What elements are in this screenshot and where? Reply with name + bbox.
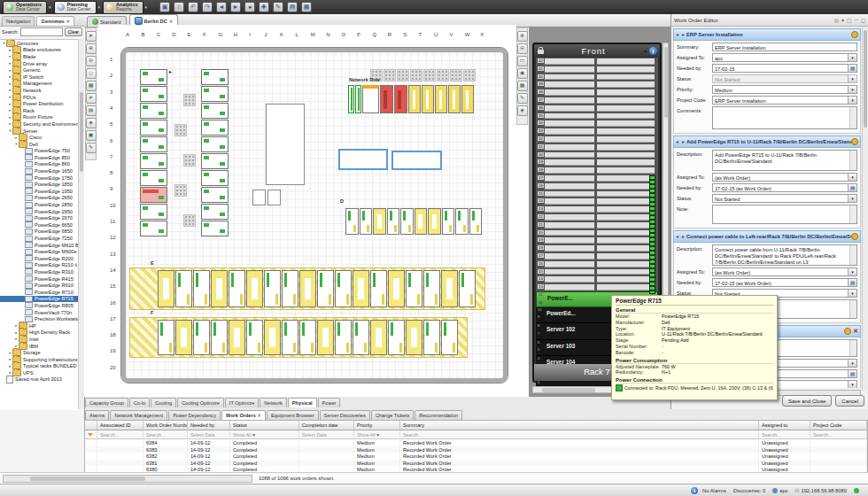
rack-empty-slot[interactable]: 29: [536, 159, 658, 167]
floor-rack[interactable]: [229, 270, 245, 307]
field-summary[interactable]: ERP Server Installation: [712, 43, 857, 51]
table-cell[interactable]: Medium: [354, 439, 400, 446]
pin-menu-icon[interactable]: ▾: [841, 17, 844, 23]
floor-rack[interactable]: [211, 320, 228, 355]
field-neededby[interactable]: 17-02-15: [712, 64, 857, 73]
tree-item[interactable]: ▸Storage: [0, 349, 78, 356]
table-cell[interactable]: [97, 446, 143, 453]
table-cell[interactable]: 6382: [143, 453, 188, 460]
perspective-dropdown-icon[interactable]: ▾: [49, 4, 51, 10]
floor-rack[interactable]: [394, 85, 407, 113]
column-header[interactable]: Assigned to: [759, 421, 810, 430]
close-tab-icon[interactable]: ✕: [256, 413, 261, 418]
tree-item[interactable]: ▸High Density Rack: [0, 329, 78, 337]
view-tab-it-optimize[interactable]: IT Optimize: [225, 398, 260, 407]
field-description[interactable]: Add PowerEdge R715 to U-11/Rack 7/B/Berl…: [712, 150, 857, 171]
field-assignedto[interactable]: (as Work Order): [712, 173, 857, 182]
table-cell[interactable]: [810, 446, 867, 453]
table-cell[interactable]: Unassigned: [759, 446, 810, 453]
rack-empty-slot[interactable]: 41: [536, 66, 658, 74]
tree-item[interactable]: PowerEdge R200: [0, 255, 78, 262]
floor-rack[interactable]: [317, 270, 334, 307]
filter-funnel-icon[interactable]: [88, 433, 93, 437]
field-projectcode[interactable]: ERP Server Installation: [712, 96, 857, 105]
search-input[interactable]: [20, 27, 63, 36]
search-icon[interactable]: ○: [174, 2, 184, 12]
view-tab-co-lo[interactable]: Co-lo: [129, 398, 150, 407]
tree-item[interactable]: PowerEdge 850: [0, 154, 78, 161]
floor-rack[interactable]: [317, 320, 334, 355]
floor-rack[interactable]: [335, 320, 352, 355]
view-tab-network[interactable]: Network: [260, 398, 287, 407]
rack-empty-slot[interactable]: 13: [536, 283, 658, 291]
rack-empty-slot[interactable]: 18: [536, 244, 658, 252]
tree-item[interactable]: ▾Dell: [0, 141, 78, 148]
discoveries-status[interactable]: Discoveries: 0: [733, 488, 765, 493]
floor-rack[interactable]: [264, 270, 281, 307]
tree-scrollbar[interactable]: [78, 39, 84, 409]
table-cell[interactable]: Unassigned: [759, 460, 810, 467]
floor-rack[interactable]: [442, 208, 455, 235]
floor-rack[interactable]: [353, 320, 369, 355]
sync-icon[interactable]: ◎: [834, 17, 839, 23]
editor-vscrollbar[interactable]: [862, 27, 868, 390]
table-cell[interactable]: Medium: [354, 446, 400, 453]
table-cell[interactable]: [97, 453, 143, 460]
table-hscrollbar[interactable]: [3, 475, 252, 483]
target-icon[interactable]: ◉: [517, 68, 528, 79]
table-cell[interactable]: Unassigned: [759, 453, 810, 460]
rack-empty-slot[interactable]: 31: [536, 143, 658, 151]
column-header[interactable]: Status: [230, 421, 299, 430]
view-tab-power[interactable]: Power: [318, 398, 341, 407]
floor-plan[interactable]: AABBCCDDEEFFGGHHIIJJKKLLMMNNOOPPQQRRSSTT…: [98, 25, 516, 391]
cancel-button[interactable]: Cancel: [835, 395, 864, 407]
add-user-icon[interactable]: ●: [244, 2, 255, 12]
work-order-section-header[interactable]: ◄►Connect power cable to Left-rear/Rack …: [673, 230, 861, 243]
undo-icon[interactable]: ↶: [188, 2, 198, 12]
panel-tab-work-orders[interactable]: Work Orders ✕: [221, 410, 266, 420]
floor-rack[interactable]: [406, 320, 422, 355]
floor-rack[interactable]: [158, 270, 174, 307]
left-tab-genomes[interactable]: Genomes✕: [36, 16, 74, 26]
tree-item[interactable]: PowerEdge 7250: [0, 235, 78, 242]
filter-cell[interactable]: Show All ▾: [354, 430, 400, 439]
floor-rack[interactable]: [362, 85, 379, 113]
close-tab-icon[interactable]: ✕: [169, 19, 173, 24]
tree-item[interactable]: ▸Room Fixture: [0, 114, 78, 121]
table-cell[interactable]: 6381: [143, 460, 188, 467]
next-step-icon[interactable]: ►: [681, 32, 686, 37]
rack-empty-slot[interactable]: 15: [536, 268, 658, 276]
floor-rack[interactable]: [435, 85, 447, 113]
table-cell[interactable]: [85, 453, 97, 460]
rack-empty-slot[interactable]: 27: [536, 174, 658, 182]
tree-item[interactable]: PowerEdge 1850: [0, 181, 78, 188]
floor-unit[interactable]: [267, 190, 281, 205]
tree-item[interactable]: Saved row April 2013: [0, 376, 78, 384]
tree-item[interactable]: ▸Power Distribution: [0, 100, 78, 107]
rack-pdu-strip[interactable]: [649, 175, 655, 294]
zoom-in-icon[interactable]: ⊕: [86, 43, 97, 54]
table-cell[interactable]: [810, 453, 867, 460]
floor-rack[interactable]: [400, 208, 414, 235]
table-cell[interactable]: [97, 460, 143, 467]
panel-tab-power-dependency[interactable]: Power Dependency: [168, 410, 221, 420]
floor-rack[interactable]: [201, 69, 229, 85]
view-tab-cooling-optimize[interactable]: Cooling Optimize: [177, 398, 224, 407]
table-cell[interactable]: Completed: [230, 439, 299, 446]
layers-icon[interactable]: ▦: [301, 2, 312, 12]
floor-rack[interactable]: [299, 320, 316, 355]
edit-icon[interactable]: ✎: [517, 93, 528, 104]
field-status[interactable]: Not Started: [712, 74, 857, 83]
field-neededby[interactable]: 17-02-15 (as Work Order): [712, 278, 857, 287]
floor-storage-area[interactable]: [266, 104, 305, 185]
floor-rack[interactable]: [140, 204, 167, 220]
floor-rack[interactable]: [469, 208, 483, 235]
zoom-in-icon[interactable]: ⊕: [517, 31, 528, 42]
floor-rack[interactable]: [140, 120, 167, 136]
prev-step-icon[interactable]: ◄: [675, 139, 679, 144]
field-status[interactable]: Not Started: [712, 194, 857, 203]
table-cell[interactable]: [85, 446, 97, 453]
column-header[interactable]: Completion date: [299, 421, 354, 430]
table-cell[interactable]: Medium: [354, 453, 400, 460]
panel-tab-change-tickets[interactable]: Change Tickets: [371, 410, 415, 420]
